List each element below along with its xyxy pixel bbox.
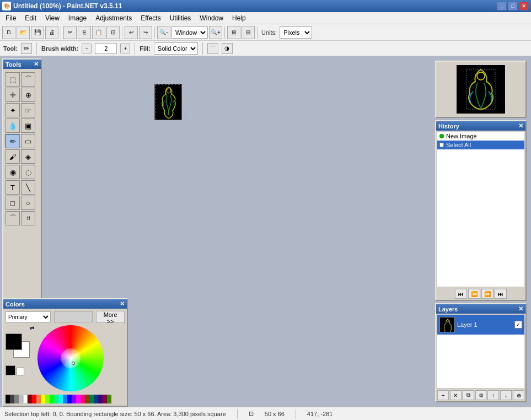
freeform-shape-tool[interactable]: ⌒ [6,211,20,225]
antialiasing-btn[interactable]: ⌒ [207,43,218,54]
fill-select[interactable]: Solid Color No Fill Outline [154,42,198,55]
palette-black[interactable] [6,395,10,403]
palette-maroon[interactable] [28,395,32,403]
undo-button[interactable]: ↩ [125,26,138,39]
layer-up-btn[interactable]: ↑ [487,390,499,400]
canvas-image[interactable] [154,84,182,120]
palette-crimson[interactable] [103,395,107,403]
palette-red[interactable] [32,395,36,403]
palette-rose[interactable] [81,395,85,403]
menu-adjustments[interactable]: Adjustments [91,12,136,24]
menu-view[interactable]: View [41,12,64,24]
units-select[interactable]: Pixels Inches [280,26,312,39]
bg-color-indicator[interactable] [17,368,24,375]
more-colors-button[interactable]: More >> [96,311,125,323]
zoom-out-btn[interactable]: 🔍- [157,26,170,39]
text-tool[interactable]: T [6,180,20,195]
shapes-rect-tool[interactable]: □ [6,196,20,210]
palette-silver[interactable] [19,395,23,403]
fg-color-indicator[interactable] [6,365,15,375]
pan-tool[interactable]: ☞ [21,103,35,117]
zoom-select[interactable]: Window 100% 200% [171,26,208,39]
copy-button[interactable]: ⎘ [78,26,91,39]
eraser-tool[interactable]: ▭ [21,134,35,148]
palette-navy[interactable] [94,395,98,403]
rulers-button[interactable]: ⊟ [242,26,255,39]
layer-delete-btn[interactable]: ✕ [450,390,462,400]
history-undo-btn[interactable]: ⏪ [468,289,480,299]
paste-button[interactable]: 📋 [92,26,105,39]
palette-green[interactable] [50,395,54,403]
primary-secondary-select[interactable]: Primary Secondary [6,311,51,322]
brush-width-decrease[interactable]: − [82,44,92,53]
save-button[interactable]: 💾 [31,26,44,39]
alpha-blending-btn[interactable]: ◑ [222,43,233,54]
palette-yellow[interactable] [41,395,45,403]
tools-panel-close[interactable]: ✕ [34,61,39,68]
history-redo-btn[interactable]: ⏩ [481,289,494,299]
open-button[interactable]: 📂 [17,26,30,39]
brush-width-increase[interactable]: + [120,44,130,53]
palette-darkgray[interactable] [10,395,14,403]
colors-close[interactable]: ✕ [120,300,125,308]
layers-close[interactable]: ✕ [518,305,523,313]
color-picker-tool[interactable]: 💧 [6,119,20,133]
palette-magenta[interactable] [76,395,81,403]
palette-orange[interactable] [36,395,41,403]
menu-effects[interactable]: Effects [136,12,165,24]
layer-duplicate-btn[interactable]: ⧉ [463,390,474,400]
palette-blue[interactable] [67,395,72,403]
history-last-btn[interactable]: ⏭ [495,289,507,299]
menu-edit[interactable]: Edit [20,12,41,24]
line-tool[interactable]: ╲ [21,180,35,195]
current-tool-icon[interactable]: ✏ [21,43,32,54]
grid-button[interactable]: ⊞ [227,26,240,39]
redo-button[interactable]: ↪ [139,26,152,39]
layer-item-1[interactable]: Layer 1 ✓ [437,315,524,335]
print-button[interactable]: 🖨 [45,26,58,39]
layer-properties-btn[interactable]: ⚙ [475,390,487,400]
palette-yellow-green[interactable] [45,395,50,403]
color-wheel[interactable] [37,325,104,391]
menu-file[interactable]: File [1,12,20,24]
primary-color-swatch[interactable] [6,333,22,350]
cut-button[interactable]: ✂ [63,26,77,39]
color-wheel-container[interactable] [37,325,104,391]
history-item-select-all[interactable]: Select All [437,141,524,149]
palette-brown[interactable] [85,395,89,403]
magic-wand-tool[interactable]: ✦ [6,103,20,117]
recolor-tool[interactable]: ◉ [6,165,20,179]
history-close[interactable]: ✕ [518,122,523,130]
new-button[interactable]: 🗋 [2,26,15,39]
paint-bucket-tool[interactable]: ▣ [21,119,35,133]
close-button[interactable]: ✕ [519,2,529,10]
palette-indigo[interactable] [98,395,103,403]
maximize-button[interactable]: □ [508,2,518,10]
history-item-new-image[interactable]: New Image [437,132,524,141]
menu-utilities[interactable]: Utilities [165,12,196,24]
shapes-ellipse-tool[interactable]: ○ [21,196,35,210]
pencil-tool[interactable]: ✏ [6,134,20,148]
brush-width-input[interactable] [95,43,117,54]
smudge-tool[interactable]: ◌ [21,165,35,179]
palette-azure[interactable] [63,395,67,403]
palette-spring-green[interactable] [54,395,58,403]
rectangle-select-tool[interactable]: ⬚ [6,72,20,87]
palette-olive[interactable] [107,395,111,403]
clone-stamp-tool[interactable]: ◈ [21,149,35,164]
palette-violet[interactable] [72,395,76,403]
layer-merge-btn[interactable]: ⊕ [513,390,524,400]
history-first-btn[interactable]: ⏮ [455,289,467,299]
crop-button[interactable]: ⊡ [106,26,120,39]
layer-add-btn[interactable]: + [437,390,449,400]
poly-select-tool[interactable]: ⌗ [21,211,35,225]
color-hex-input[interactable] [54,311,93,322]
move-tool[interactable]: ✛ [6,88,20,102]
layer-down-btn[interactable]: ↓ [500,390,512,400]
palette-gray[interactable] [14,395,19,403]
zoom-tool[interactable]: ⊕ [21,88,35,102]
paintbrush-tool[interactable]: 🖌 [6,149,20,164]
palette-cyan[interactable] [58,395,63,403]
swap-colors-icon[interactable]: ⇄ [30,325,34,331]
menu-help[interactable]: Help [228,12,250,24]
